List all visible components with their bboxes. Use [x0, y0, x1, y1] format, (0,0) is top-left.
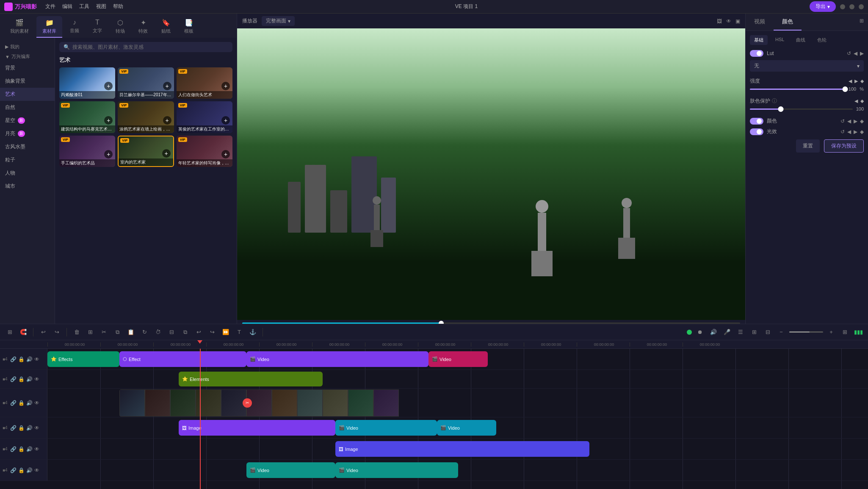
track-link-icon[interactable]: 🔗	[10, 400, 17, 406]
track-audio-icon[interactable]: 🔊	[26, 467, 33, 473]
sidebar-item-abstract[interactable]: 抽象背景	[0, 75, 55, 88]
speed-button[interactable]: ⏩	[220, 327, 231, 338]
menu-help[interactable]: 帮助	[113, 3, 123, 10]
close-button[interactable]	[859, 4, 864, 9]
sidebar-item-nature[interactable]: 自然	[0, 101, 55, 114]
magnet-button[interactable]: 🧲	[18, 327, 29, 338]
list-item[interactable]: VIP 年轻艺术家的特写肖像，女... +	[177, 136, 232, 167]
sidebar-item-background[interactable]: 背景	[0, 61, 55, 75]
list-item[interactable]: VIP 涂鸦艺术家在墙上绘画，特... +	[118, 101, 174, 133]
grid-view-button[interactable]: ⊞	[4, 327, 15, 338]
clip-image2[interactable]: 🖼 Image	[335, 441, 589, 457]
lut-toggle[interactable]	[750, 50, 763, 57]
clip-video5[interactable]: 🎬 Video	[246, 462, 335, 478]
color-tab-hsl[interactable]: HSL	[771, 35, 788, 45]
clip-video4[interactable]: 🎬 Video	[437, 420, 496, 436]
color-tab-basic[interactable]: 基础	[750, 35, 768, 45]
delete-button[interactable]: 🗑	[71, 327, 82, 338]
tab-color[interactable]: 颜色	[774, 14, 802, 31]
library-section-header[interactable]: ▼ 万兴编库	[0, 52, 55, 61]
tab-transition[interactable]: ⬡ 转场	[110, 16, 131, 38]
save-preset-button[interactable]: 保存为预设	[824, 139, 864, 153]
color-tab-wheel[interactable]: 色轮	[813, 35, 831, 45]
tab-text[interactable]: T 文字	[87, 16, 108, 38]
clip-effect[interactable]: ⬡ Effect	[119, 351, 246, 367]
text-overlay-icon[interactable]: ▣	[735, 18, 740, 24]
sidebar-item-art[interactable]: 艺术	[0, 88, 55, 101]
sidebar-item-city[interactable]: 城市	[0, 180, 55, 193]
text-tl-button[interactable]: T	[234, 327, 245, 338]
track-lock-icon[interactable]: 🔒	[18, 446, 25, 452]
tab-library[interactable]: 📁 素材库	[36, 16, 62, 38]
glow-toggle[interactable]	[750, 128, 763, 135]
list-item[interactable]: VIP 室内的艺术家 +	[118, 136, 174, 167]
color-reset-icon[interactable]: ↺	[840, 118, 845, 124]
my-section-header[interactable]: ▶ 我的	[0, 42, 55, 52]
search-bar[interactable]: 🔍	[59, 42, 232, 52]
lut-next-icon[interactable]: ▶	[860, 50, 864, 56]
track-eye-icon[interactable]: 👁	[34, 356, 39, 362]
track-link-icon[interactable]: 🔗	[10, 425, 17, 431]
track-eye-icon[interactable]: 👁	[34, 376, 39, 382]
lut-reset-icon[interactable]: ↺	[847, 50, 851, 56]
list-item[interactable]: VIP 人们在做街头艺术 +	[177, 67, 232, 99]
tab-stickers[interactable]: 🔖 贴纸	[155, 16, 177, 38]
cut-button[interactable]: ✂	[98, 327, 109, 338]
video-strip[interactable]	[119, 389, 407, 417]
paste-button[interactable]: 📋	[125, 327, 136, 338]
track-eye-icon[interactable]: 👁	[34, 467, 39, 473]
anchor-button[interactable]: ⚓	[247, 327, 258, 338]
track-audio-icon[interactable]: 🔊	[26, 425, 33, 431]
track-link-icon[interactable]: 🔗	[10, 376, 17, 382]
strength-thumb[interactable]	[842, 86, 848, 92]
search-input[interactable]	[72, 44, 228, 50]
track-lock-icon[interactable]: 🔒	[18, 467, 25, 473]
color-tab-curves[interactable]: 曲线	[792, 35, 810, 45]
menu-file[interactable]: 文件	[45, 3, 55, 10]
track-lock-icon[interactable]: 🔒	[18, 376, 25, 382]
menu-tools[interactable]: 工具	[79, 3, 89, 10]
list-item[interactable]: VIP 建筑结构中的马赛克艺术巴... +	[59, 101, 115, 133]
tab-audio[interactable]: ♪ 音频	[64, 16, 85, 38]
menu-edit[interactable]: 编辑	[62, 3, 72, 10]
track-audio-icon[interactable]: 🔊	[26, 376, 33, 382]
sidebar-item-particles[interactable]: 粒子	[0, 153, 55, 167]
rotate-button[interactable]: ↻	[139, 327, 150, 338]
maximize-button[interactable]	[849, 4, 854, 9]
clip-video2[interactable]: 🎬 Video	[428, 351, 488, 367]
list-item[interactable]: VIP 手工编织的艺术品 +	[59, 136, 115, 167]
grid-btn[interactable]: ⊞	[839, 327, 850, 338]
strength-prev-icon[interactable]: ◀	[849, 78, 852, 84]
strength-next-icon[interactable]: ▶	[854, 78, 858, 84]
mic-btn[interactable]: 🎤	[721, 327, 733, 338]
track-audio-icon[interactable]: 🔊	[26, 400, 33, 406]
zoom-in-btn[interactable]: +	[826, 327, 837, 338]
crop-button[interactable]: ⊟	[166, 327, 177, 338]
redo-button[interactable]: ↪	[51, 327, 62, 338]
clock-button[interactable]: ⏱	[152, 327, 163, 338]
copy-button[interactable]: ⧉	[112, 327, 123, 338]
tab-video[interactable]: 视频	[746, 14, 774, 31]
export-button[interactable]: 导出 ▾	[810, 1, 836, 12]
tab-effects[interactable]: ✦ 特效	[133, 16, 154, 38]
clip-video3[interactable]: 🎬 Video	[335, 420, 437, 436]
strength-diamond-icon[interactable]: ◆	[860, 78, 864, 84]
list-item[interactable]: VIP 芬兰赫尔辛基——2017年1... +	[118, 67, 174, 99]
sidebar-item-ink[interactable]: 古风水墨	[0, 140, 55, 153]
lut-prev-icon[interactable]: ◀	[854, 50, 857, 56]
clip-effects[interactable]: ⭐ Effects	[47, 351, 119, 367]
clip-elements[interactable]: ⭐ Elements	[179, 372, 323, 386]
arrow-button[interactable]: ↩	[193, 327, 204, 338]
track-link-icon[interactable]: 🔗	[10, 446, 17, 452]
track-eye-icon[interactable]: 👁	[34, 425, 39, 431]
glow-reset-icon[interactable]: ↺	[840, 129, 845, 135]
lut-dropdown[interactable]: 无 ▾	[750, 60, 864, 72]
split-button[interactable]: ⊞	[85, 327, 96, 338]
glow-prev-icon[interactable]: ◀	[847, 129, 851, 135]
list-item[interactable]: VIP 英俊的艺术家在工作室的大... +	[177, 101, 232, 133]
undo-button[interactable]: ↩	[38, 327, 49, 338]
clip-image1[interactable]: 🖼 Image	[179, 420, 335, 436]
speaker-btn[interactable]: 🔊	[708, 327, 719, 338]
minimize-button[interactable]	[840, 4, 845, 9]
strength-slider[interactable]	[750, 89, 845, 90]
